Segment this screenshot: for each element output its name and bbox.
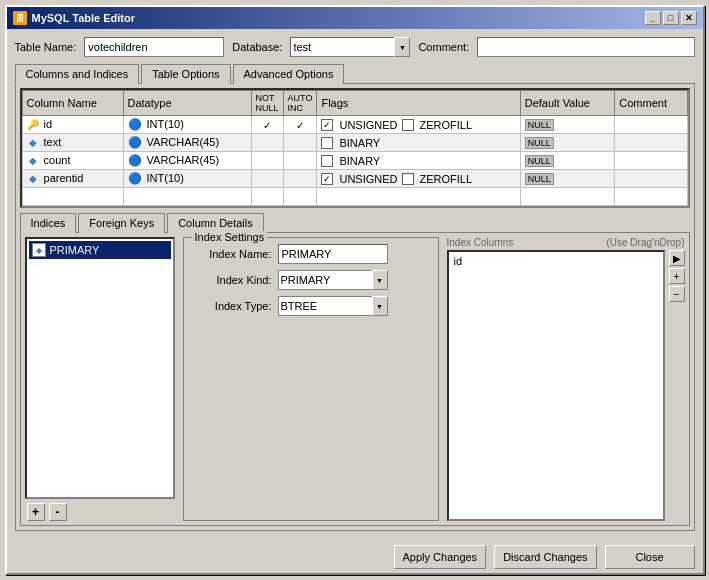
tab-advanced-options[interactable]: Advanced Options	[233, 64, 345, 84]
col-notnull-cell	[251, 134, 283, 152]
index-list-buttons: + -	[25, 503, 175, 521]
database-label: Database:	[232, 41, 282, 53]
col-flags-cell: BINARY	[317, 152, 520, 170]
col-name-value: id	[44, 118, 53, 130]
autoinc-check: ✓	[296, 120, 304, 131]
table-name-input[interactable]	[84, 37, 224, 57]
col-comment-cell	[615, 152, 687, 170]
binary-checkbox[interactable]	[321, 155, 333, 167]
title-bar: 🗄 MySQL Table Editor _ □ ✕	[7, 7, 703, 29]
close-button[interactable]: Close	[605, 545, 695, 569]
window-body: Table Name: Database: test ▼ Comment: Co…	[7, 29, 703, 539]
title-buttons: _ □ ✕	[645, 11, 697, 25]
index-kind-label: Index Kind:	[192, 274, 272, 286]
table-row-empty	[22, 188, 687, 206]
col-autoinc-cell	[283, 134, 317, 152]
col-autoinc-cell: ✓	[283, 116, 317, 134]
notnull-check: ✓	[263, 120, 271, 131]
index-kind-select[interactable]: PRIMARY UNIQUE INDEX FULLTEXT	[278, 270, 388, 290]
index-columns-area: Index Columns (Use Drag'nDrop) id ▶ +	[447, 237, 685, 521]
datatype-icon: 🔵	[128, 154, 142, 166]
tab-indices[interactable]: Indices	[20, 213, 77, 233]
unsigned-checkbox[interactable]	[321, 119, 333, 131]
columns-table-scroll[interactable]: Column Name Datatype NOTNULL AUTOINC Fla…	[22, 90, 688, 206]
index-column-item[interactable]: id	[451, 254, 661, 268]
index-kind-row: Index Kind: PRIMARY UNIQUE INDEX FULLTEX…	[192, 270, 430, 290]
col-comment-cell	[615, 134, 687, 152]
index-kind-select-wrapper: PRIMARY UNIQUE INDEX FULLTEXT ▼	[278, 270, 388, 290]
col-flags-cell: UNSIGNED ZEROFILL	[317, 170, 520, 188]
table-row[interactable]: ◆ parentid 🔵 INT(10)	[22, 170, 687, 188]
tab-foreign-keys[interactable]: Foreign Keys	[78, 213, 165, 233]
discard-changes-button[interactable]: Discard Changes	[494, 545, 596, 569]
add-col-button[interactable]: +	[669, 268, 685, 284]
minimize-button[interactable]: _	[645, 11, 661, 25]
binary-label: BINARY	[339, 155, 380, 167]
default-null-badge: NULL	[525, 173, 554, 185]
col-flags-cell: UNSIGNED ZEROFILL	[317, 116, 520, 134]
col-default-cell: NULL	[520, 134, 615, 152]
col-name-value: text	[44, 136, 62, 148]
col-name-value: parentid	[44, 172, 84, 184]
col-name-cell: ◆ text	[22, 134, 123, 152]
col-header-name: Column Name	[22, 91, 123, 116]
index-name-input[interactable]	[278, 244, 388, 264]
remove-index-button[interactable]: -	[49, 503, 67, 521]
zerofill-checkbox[interactable]	[402, 173, 414, 185]
col-datatype-value: INT(10)	[147, 172, 184, 184]
binary-checkbox[interactable]	[321, 137, 333, 149]
index-list-panel: ◆ PRIMARY + -	[25, 237, 175, 521]
zerofill-checkbox[interactable]	[402, 119, 414, 131]
close-button[interactable]: ✕	[681, 11, 697, 25]
col-flags-cell: BINARY	[317, 134, 520, 152]
form-row-top: Table Name: Database: test ▼ Comment:	[15, 37, 695, 57]
default-null-badge: NULL	[525, 155, 554, 167]
table-row[interactable]: ◆ text 🔵 VARCHAR(45)	[22, 134, 687, 152]
index-list-box[interactable]: ◆ PRIMARY	[25, 237, 175, 499]
table-row[interactable]: ◆ count 🔵 VARCHAR(45)	[22, 152, 687, 170]
remove-col-button[interactable]: −	[669, 286, 685, 302]
index-col-buttons: ▶ + −	[669, 250, 685, 521]
col-datatype-cell: 🔵 VARCHAR(45)	[123, 134, 251, 152]
col-default-cell: NULL	[520, 152, 615, 170]
main-tab-bar: Columns and Indices Table Options Advanc…	[15, 63, 695, 83]
index-columns-box[interactable]: id	[447, 250, 665, 521]
index-item-name: PRIMARY	[50, 244, 100, 256]
comment-input[interactable]	[477, 37, 694, 57]
bottom-section: Indices Foreign Keys Column Details ◆ PR…	[20, 208, 690, 526]
expand-col-button[interactable]: ▶	[669, 250, 685, 266]
index-type-select[interactable]: BTREE HASH RTREE	[278, 296, 388, 316]
tab-columns-indices[interactable]: Columns and Indices	[15, 64, 140, 84]
footer: Apply Changes Discard Changes Close	[7, 539, 703, 573]
index-list-item[interactable]: ◆ PRIMARY	[29, 241, 171, 259]
apply-changes-button[interactable]: Apply Changes	[394, 545, 487, 569]
maximize-button[interactable]: □	[663, 11, 679, 25]
tab-column-details[interactable]: Column Details	[167, 213, 264, 233]
index-type-row: Index Type: BTREE HASH RTREE ▼	[192, 296, 430, 316]
col-header-comment: Comment	[615, 91, 687, 116]
comment-label: Comment:	[418, 41, 469, 53]
col-datatype-cell: 🔵 VARCHAR(45)	[123, 152, 251, 170]
inner-tab-content: ◆ PRIMARY + - Index Settings	[20, 232, 690, 526]
col-default-cell: NULL	[520, 170, 615, 188]
col-comment-cell	[615, 170, 687, 188]
diamond-icon: ◆	[27, 137, 39, 149]
zerofill-label: ZEROFILL	[420, 119, 473, 131]
unsigned-checkbox[interactable]	[321, 173, 333, 185]
inner-tab-bar: Indices Foreign Keys Column Details	[20, 212, 690, 232]
col-notnull-cell: ✓	[251, 116, 283, 134]
index-columns-hint: (Use Drag'nDrop)	[606, 237, 684, 248]
index-type-label: Index Type:	[192, 300, 272, 312]
unsigned-label: UNSIGNED	[339, 119, 397, 131]
index-type-select-wrapper: BTREE HASH RTREE ▼	[278, 296, 388, 316]
col-comment-cell	[615, 116, 687, 134]
database-select[interactable]: test	[290, 37, 410, 57]
unsigned-label: UNSIGNED	[339, 173, 397, 185]
col-name-value: count	[44, 154, 71, 166]
tab-table-options[interactable]: Table Options	[141, 64, 230, 84]
col-name-cell: ◆ count	[22, 152, 123, 170]
add-index-button[interactable]: +	[27, 503, 45, 521]
index-settings-panel: Index Settings Index Name: Index Kind: P…	[183, 237, 439, 521]
table-row[interactable]: 🔑 id 🔵 INT(10) ✓	[22, 116, 687, 134]
datatype-icon: 🔵	[128, 136, 142, 148]
